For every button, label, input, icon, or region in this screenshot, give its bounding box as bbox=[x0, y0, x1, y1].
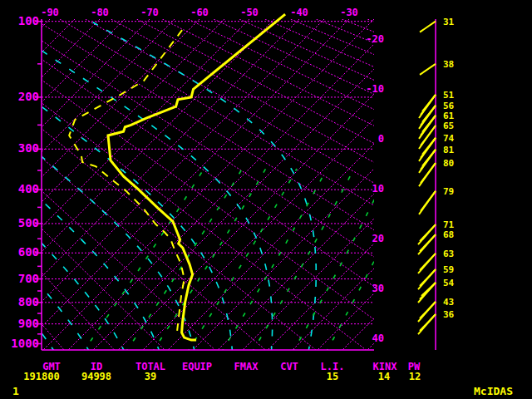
wind-barb bbox=[420, 254, 436, 270]
top-temp-label: -80 bbox=[91, 7, 109, 18]
dry-adiabat-line bbox=[8, 19, 517, 350]
status-field-label-equip: EQUIP bbox=[182, 361, 212, 372]
wind-speed-label: 36 bbox=[443, 309, 455, 320]
pressure-axis-label: 500 bbox=[18, 216, 39, 229]
right-temp-label: 10 bbox=[372, 183, 384, 195]
moist-adiabat-line bbox=[0, 22, 91, 353]
wind-barb bbox=[420, 269, 436, 286]
wind-speed-label: 68 bbox=[443, 229, 454, 240]
wind-barb bbox=[420, 234, 436, 251]
status-field-value-kinx: 14 bbox=[378, 371, 390, 382]
dry-adiabat-line bbox=[188, 19, 532, 350]
isotherm-line bbox=[243, 19, 532, 350]
wind-speed-label: 63 bbox=[443, 249, 454, 259]
mcidas-image-window: 1002003004005006007008009001000-90-80-70… bbox=[0, 0, 532, 399]
top-temp-label: -30 bbox=[340, 7, 358, 18]
wind-speed-label: 43 bbox=[443, 297, 454, 308]
skewt-chart-canvas[interactable]: 1002003004005006007008009001000-90-80-70… bbox=[0, 0, 532, 399]
pressure-axis-label: 700 bbox=[18, 272, 39, 285]
isotherm-line bbox=[43, 19, 374, 350]
pressure-axis-label: 800 bbox=[18, 295, 39, 308]
wind-speed-label: 79 bbox=[443, 186, 454, 197]
isotherm-line bbox=[118, 19, 449, 350]
mcidas-logo-text: McIDAS bbox=[474, 385, 513, 397]
pressure-axis-label: 400 bbox=[18, 182, 39, 195]
pressure-axis-label: 200 bbox=[18, 90, 39, 103]
status-field-value-id: 94998 bbox=[81, 371, 111, 382]
right-temp-label: -20 bbox=[366, 33, 384, 45]
right-temp-label: 30 bbox=[372, 283, 384, 294]
wind-barb bbox=[421, 283, 436, 296]
dry-adiabat-line bbox=[0, 19, 316, 350]
wind-speed-label: 74 bbox=[443, 133, 455, 144]
right-temp-label: -10 bbox=[366, 83, 384, 95]
pressure-axis-label: 300 bbox=[18, 141, 39, 155]
moist-adiabat-line bbox=[93, 22, 317, 353]
dry-adiabat-line bbox=[0, 19, 115, 350]
wind-speed-label: 54 bbox=[443, 278, 455, 288]
right-temp-label: 40 bbox=[372, 332, 384, 344]
wind-speed-label: 51 bbox=[443, 90, 455, 101]
wind-barb bbox=[420, 64, 436, 75]
top-temp-label: -70 bbox=[140, 7, 159, 18]
mixing-ratio-line bbox=[152, 169, 266, 352]
top-temp-label: -50 bbox=[240, 7, 259, 18]
wind-barb bbox=[420, 224, 436, 241]
dry-adiabat-line bbox=[342, 19, 532, 350]
mixing-ratio-line bbox=[326, 169, 419, 352]
pressure-axis-label: 100 bbox=[18, 14, 39, 27]
frame-number: 1 bbox=[12, 385, 19, 397]
right-temp-label: 0 bbox=[378, 133, 384, 145]
wind-speed-label: 31 bbox=[443, 17, 455, 27]
wind-barb bbox=[421, 191, 436, 211]
status-field-label-cvt: CVT bbox=[280, 361, 298, 372]
wind-speed-label: 56 bbox=[443, 101, 455, 111]
pressure-axis-label: 900 bbox=[18, 317, 39, 330]
wind-speed-label: 38 bbox=[443, 59, 454, 70]
top-temp-label: -60 bbox=[190, 7, 209, 18]
wind-barb bbox=[420, 22, 436, 32]
right-temp-label: 20 bbox=[372, 233, 384, 244]
status-field-value-total: 39 bbox=[145, 371, 156, 382]
wind-speed-label: 71 bbox=[443, 219, 455, 230]
wind-speed-label: 80 bbox=[443, 158, 454, 169]
wind-speed-label: 59 bbox=[443, 264, 454, 275]
dry-adiabat-line bbox=[60, 19, 532, 350]
isotherm-line bbox=[0, 19, 324, 350]
isotherm-line bbox=[293, 19, 532, 350]
wind-speed-label: 65 bbox=[443, 121, 454, 131]
wind-speed-label: 81 bbox=[443, 145, 455, 155]
dry-adiabat-line bbox=[137, 19, 532, 350]
isotherm-line bbox=[342, 19, 532, 350]
isotherm-line bbox=[193, 19, 524, 350]
isotherm-line bbox=[143, 19, 474, 350]
dry-adiabat-line bbox=[265, 19, 532, 350]
dry-adiabat-line bbox=[291, 19, 532, 350]
status-field-value-gmt: 191800 bbox=[23, 371, 59, 382]
status-field-label-fmax: FMAX bbox=[234, 361, 259, 372]
isotherm-line bbox=[268, 19, 532, 350]
wind-speed-label: 61 bbox=[443, 111, 455, 121]
pressure-axis-label: 600 bbox=[18, 245, 39, 259]
status-field-value-pw: 12 bbox=[409, 371, 421, 382]
top-temp-label: -40 bbox=[290, 7, 308, 18]
pressure-axis-label: 1000 bbox=[11, 337, 39, 350]
top-temp-label: -90 bbox=[41, 7, 59, 18]
status-field-value-li: 15 bbox=[327, 371, 338, 382]
